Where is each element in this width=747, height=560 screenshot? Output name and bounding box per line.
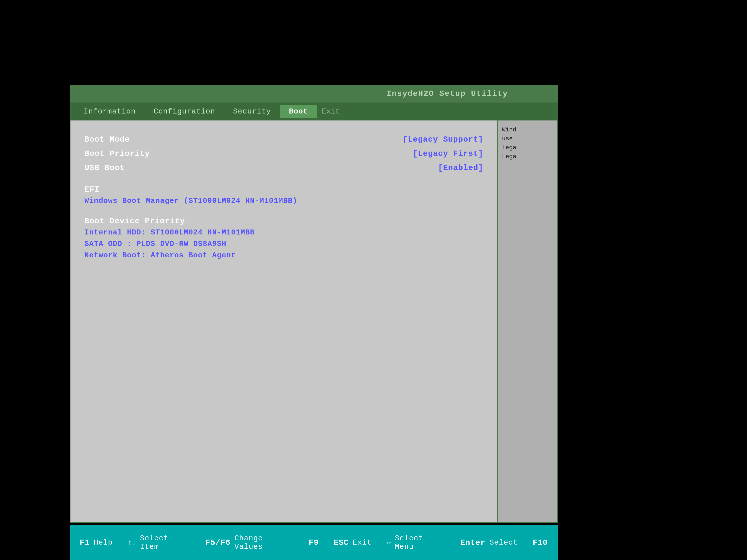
tab-exit[interactable]: Exit bbox=[317, 105, 344, 118]
divider-1 bbox=[84, 175, 483, 183]
tab-security[interactable]: Security bbox=[224, 105, 280, 118]
bios-title: InsydeH2O Setup Utility bbox=[386, 89, 508, 98]
boot-mode-row[interactable]: Boot Mode [Legacy Support] bbox=[84, 132, 483, 146]
help-enter: Enter Select bbox=[460, 538, 518, 547]
bios-screen: InsydeH2O Setup Utility Information Conf… bbox=[70, 85, 558, 523]
sidebar-text-4: Lega bbox=[502, 152, 553, 161]
sidebar-text-1: Wind bbox=[502, 126, 553, 134]
boot-mode-value: [Legacy Support] bbox=[403, 135, 483, 144]
help-f10: F10 bbox=[533, 538, 548, 547]
title-bar: InsydeH2O Setup Utility bbox=[70, 85, 558, 103]
right-sidebar: Wind use lega Lega bbox=[498, 121, 558, 523]
device-hdd[interactable]: Internal HDD: ST1000LM024 HN-M101MBB bbox=[84, 227, 483, 238]
leftright-icon: ↔ bbox=[387, 539, 391, 546]
help-f9: F9 bbox=[309, 538, 319, 547]
tab-information[interactable]: Information bbox=[75, 105, 145, 118]
device-network[interactable]: Network Boot: Atheros Boot Agent bbox=[84, 250, 483, 261]
tab-configuration[interactable]: Configuration bbox=[145, 105, 224, 118]
select-menu-desc: Select Menu bbox=[395, 534, 445, 551]
help-arrows-item: ↑↓ Select Item bbox=[128, 534, 190, 551]
f10-key: F10 bbox=[533, 538, 548, 547]
help-leftright: ↔ Select Menu bbox=[387, 534, 445, 551]
help-bar: F1 Help ↑↓ Select Item F5/F6 Change Valu… bbox=[70, 525, 558, 560]
boot-device-header: Boot Device Priority bbox=[84, 215, 483, 227]
help-f1: F1 Help bbox=[80, 538, 112, 547]
usb-boot-value: [Enabled] bbox=[438, 163, 483, 172]
f5f6-key: F5/F6 bbox=[205, 538, 231, 547]
f5f6-desc: Change Values bbox=[235, 534, 294, 551]
bios-outer: InsydeH2O Setup Utility Information Conf… bbox=[0, 0, 747, 560]
nav-bar: Information Configuration Security Boot … bbox=[70, 103, 558, 121]
esc-key: ESC bbox=[334, 538, 349, 547]
sidebar-text-3: lega bbox=[502, 143, 553, 152]
boot-priority-label: Boot Priority bbox=[84, 149, 150, 158]
select-item-desc: Select Item bbox=[140, 534, 190, 551]
boot-priority-value: [Legacy First] bbox=[413, 149, 483, 158]
enter-desc: Select bbox=[489, 538, 518, 547]
f1-desc: Help bbox=[94, 538, 112, 547]
tab-boot[interactable]: Boot bbox=[280, 105, 317, 118]
enter-key: Enter bbox=[460, 538, 485, 547]
f1-key: F1 bbox=[80, 538, 89, 547]
boot-priority-row[interactable]: Boot Priority [Legacy First] bbox=[84, 146, 483, 161]
f9-key: F9 bbox=[309, 538, 319, 547]
esc-desc: Exit bbox=[353, 538, 372, 547]
help-esc: ESC Exit bbox=[334, 538, 372, 547]
usb-boot-label: USB Boot bbox=[84, 163, 125, 172]
main-panel: Boot Mode [Legacy Support] Boot Priority… bbox=[70, 121, 498, 523]
sidebar-text-2: use bbox=[502, 134, 553, 143]
usb-boot-row[interactable]: USB Boot [Enabled] bbox=[84, 161, 483, 175]
updown-icon: ↑↓ bbox=[128, 539, 136, 546]
efi-item[interactable]: Windows Boot Manager (ST1000LM024 HN-M10… bbox=[84, 195, 483, 207]
efi-header: EFI bbox=[84, 183, 483, 195]
divider-2 bbox=[84, 207, 483, 215]
device-odd[interactable]: SATA ODD : PLDS DVD-RW DS8A9SH bbox=[84, 238, 483, 250]
help-f5f6: F5/F6 Change Values bbox=[205, 534, 294, 551]
content-area: Boot Mode [Legacy Support] Boot Priority… bbox=[70, 121, 558, 523]
boot-mode-label: Boot Mode bbox=[84, 135, 130, 144]
